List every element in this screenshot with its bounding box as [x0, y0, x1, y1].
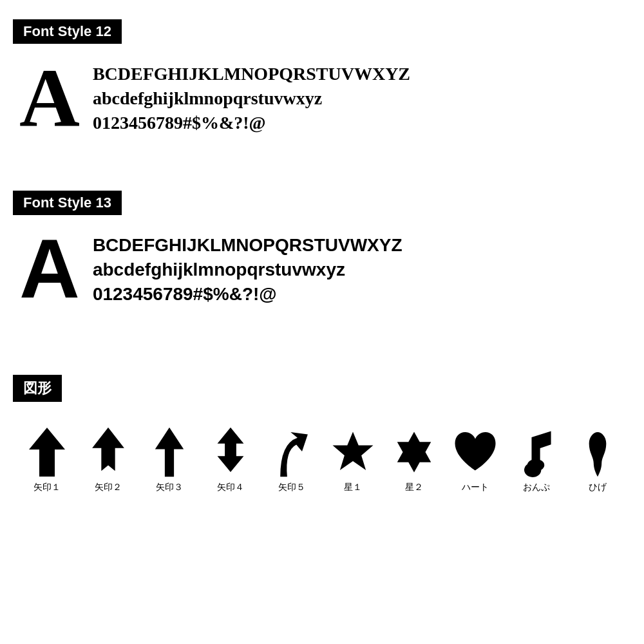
arrow5-label: 矢印５: [278, 482, 305, 493]
font-style-12-big-letter: A: [19, 55, 80, 139]
page: Font Style 12 A BCDEFGHIJKLMNOPQRSTUVWXY…: [0, 0, 644, 506]
arrow1-label: 矢印１: [33, 482, 61, 493]
shape-arrow2: 矢印２: [80, 426, 135, 493]
shape-arrow3: 矢印３: [142, 426, 196, 493]
shape-arrow5: 矢印５: [264, 426, 319, 493]
svg-marker-0: [29, 428, 65, 477]
arrow1-icon: [24, 426, 70, 478]
shape-star1: 星１: [325, 426, 380, 493]
font-style-12-label: Font Style 12: [13, 19, 122, 44]
svg-marker-2: [155, 428, 183, 477]
music-label: おんぷ: [523, 482, 550, 493]
font-style-12-demo: A BCDEFGHIJKLMNOPQRSTUVWXYZ abcdefghijkl…: [13, 55, 631, 146]
font-style-13-demo: A BCDEFGHIJKLMNOPQRSTUVWXYZ abcdefghijkl…: [13, 227, 631, 317]
shape-star2: 星２: [386, 426, 441, 493]
font-style-12-section: Font Style 12 A BCDEFGHIJKLMNOPQRSTUVWXY…: [13, 13, 631, 146]
svg-marker-3: [217, 428, 243, 472]
arrow2-label: 矢印２: [95, 482, 122, 493]
shape-moustache: ひげ: [570, 426, 625, 493]
font-style-12-line-2: abcdefghijklmnopqrstuvwxyz: [93, 86, 410, 111]
arrow3-icon: [147, 426, 192, 478]
arrow5-icon: [269, 426, 314, 478]
music-icon: [514, 426, 559, 478]
shape-heart: ハート: [448, 426, 502, 493]
font-style-13-big-letter: A: [19, 227, 80, 310]
moustache-label: ひげ: [589, 482, 607, 493]
heart-label: ハート: [462, 482, 489, 493]
shapes-grid: 矢印１ 矢印２ 矢印３: [13, 413, 631, 493]
moustache-icon: [575, 426, 620, 478]
font-style-13-line-2: abcdefghijklmnopqrstuvwxyz: [93, 258, 402, 282]
font-style-12-line-1: BCDEFGHIJKLMNOPQRSTUVWXYZ: [93, 62, 410, 86]
star1-label: 星１: [344, 482, 362, 493]
heart-icon: [453, 426, 498, 478]
arrow2-icon: [86, 426, 131, 478]
font-style-12-chars: BCDEFGHIJKLMNOPQRSTUVWXYZ abcdefghijklmn…: [93, 55, 410, 135]
arrow4-label: 矢印４: [217, 482, 244, 493]
arrow3-label: 矢印３: [156, 482, 183, 493]
shape-music: おんぷ: [509, 426, 564, 493]
shapes-section: 図形 矢印１ 矢印２: [13, 368, 631, 493]
star2-icon: [392, 426, 437, 478]
font-style-13-section: Font Style 13 A BCDEFGHIJKLMNOPQRSTUVWXY…: [13, 184, 631, 317]
font-style-12-line-3: 0123456789#$%&?!@: [93, 111, 410, 135]
star2-label: 星２: [405, 482, 423, 493]
font-style-13-line-1: BCDEFGHIJKLMNOPQRSTUVWXYZ: [93, 233, 402, 258]
svg-marker-4: [332, 432, 373, 471]
svg-point-6: [527, 459, 544, 471]
svg-marker-5: [397, 432, 431, 473]
arrow4-icon: [208, 426, 253, 478]
shapes-label: 図形: [13, 375, 62, 402]
shape-arrow4: 矢印４: [203, 426, 258, 493]
star1-icon: [330, 426, 375, 478]
shape-arrow1: 矢印１: [19, 426, 74, 493]
svg-marker-1: [92, 428, 124, 471]
font-style-13-label: Font Style 13: [13, 191, 122, 215]
font-style-13-line-3: 0123456789#$%&?!@: [93, 282, 402, 307]
font-style-13-chars: BCDEFGHIJKLMNOPQRSTUVWXYZ abcdefghijklmn…: [93, 227, 402, 306]
